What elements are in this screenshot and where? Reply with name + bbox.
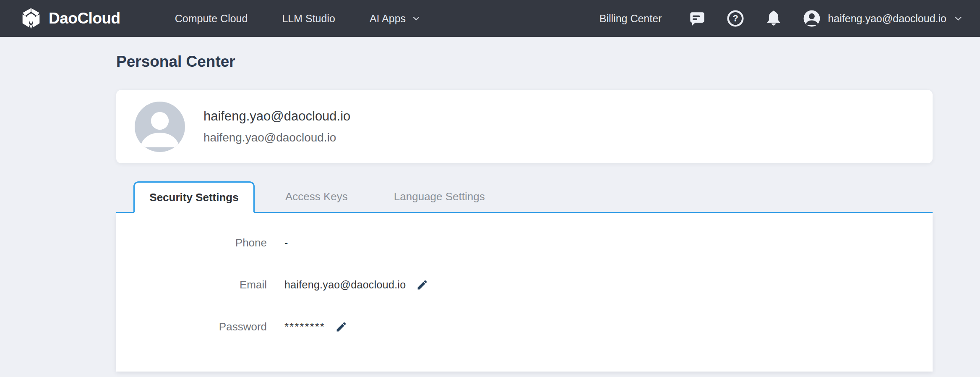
daocloud-cube-icon (20, 8, 42, 29)
password-label: Password (116, 320, 267, 333)
user-avatar-icon (803, 9, 821, 28)
svg-text:?: ? (733, 13, 739, 24)
tab-access-keys[interactable]: Access Keys (270, 181, 363, 212)
notification-bell-icon[interactable] (764, 9, 783, 28)
chevron-down-icon (953, 13, 963, 24)
phone-label: Phone (116, 236, 267, 249)
tab-security-settings[interactable]: Security Settings (133, 181, 255, 213)
daocloud-logo[interactable]: DaoCloud (20, 8, 120, 29)
nav-item-label: Compute Cloud (175, 13, 248, 25)
nav-item-llm-studio[interactable]: LLM Studio (282, 13, 335, 25)
page-title: Personal Center (116, 52, 933, 71)
chevron-down-icon (412, 14, 421, 23)
tab-label: Language Settings (394, 190, 485, 203)
nav-item-billing-center[interactable]: Billing Center (599, 13, 662, 25)
brand-name: DaoCloud (49, 10, 120, 27)
nav-item-ai-apps[interactable]: AI Apps (370, 13, 421, 25)
security-settings-panel: Phone - Email haifeng.yao@daocloud.io Pa… (116, 213, 933, 372)
top-navbar: DaoCloud Compute Cloud LLM Studio AI App… (0, 0, 980, 37)
nav-item-label: Billing Center (599, 13, 662, 25)
password-value: ******** (284, 320, 325, 333)
edit-pencil-icon (416, 279, 428, 291)
user-email-text: haifeng.yao@daocloud.io (828, 13, 946, 25)
profile-email: haifeng.yao@daocloud.io (203, 131, 350, 144)
help-icon[interactable]: ? (726, 9, 745, 28)
edit-pencil-icon (335, 321, 347, 333)
main-content: Personal Center haifeng.yao@daocloud.io … (116, 52, 933, 372)
nav-item-compute-cloud[interactable]: Compute Cloud (175, 13, 248, 25)
profile-display-name: haifeng.yao@daocloud.io (203, 109, 350, 124)
email-label: Email (116, 278, 267, 291)
message-icon[interactable] (688, 9, 706, 28)
phone-value: - (284, 237, 288, 249)
profile-avatar (135, 102, 185, 152)
profile-card: haifeng.yao@daocloud.io haifeng.yao@daoc… (116, 90, 933, 163)
nav-item-label: AI Apps (370, 13, 406, 25)
tab-language-settings[interactable]: Language Settings (378, 181, 500, 212)
tab-label: Access Keys (285, 190, 348, 203)
password-row: Password ******** (116, 306, 933, 348)
edit-email-button[interactable] (416, 278, 428, 291)
edit-password-button[interactable] (335, 320, 348, 333)
primary-nav: Compute Cloud LLM Studio AI Apps (175, 13, 421, 25)
user-account-menu[interactable]: haifeng.yao@daocloud.io (803, 9, 963, 28)
email-row: Email haifeng.yao@daocloud.io (116, 264, 933, 306)
tab-label: Security Settings (149, 191, 238, 204)
profile-text-block: haifeng.yao@daocloud.io haifeng.yao@daoc… (203, 109, 350, 144)
phone-row: Phone - (116, 222, 933, 264)
nav-item-label: LLM Studio (282, 13, 335, 25)
navbar-right-group: Billing Center ? (599, 9, 963, 28)
email-value: haifeng.yao@daocloud.io (284, 279, 406, 291)
settings-tab-bar: Security Settings Access Keys Language S… (116, 181, 933, 213)
